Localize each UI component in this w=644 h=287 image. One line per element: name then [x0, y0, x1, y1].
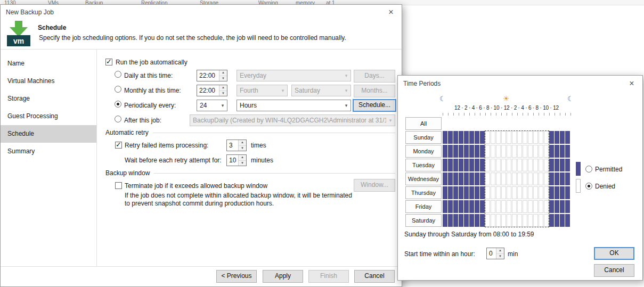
time-cell[interactable] [469, 131, 474, 144]
time-cell[interactable] [565, 131, 570, 144]
time-cell[interactable] [443, 173, 447, 185]
day-button-saturday[interactable]: Saturday [405, 214, 442, 227]
monthly-label[interactable]: Monthly at this time: [124, 86, 181, 95]
time-cell[interactable] [523, 131, 527, 144]
time-cell[interactable] [480, 173, 485, 185]
time-cell[interactable] [560, 159, 565, 171]
time-cell[interactable] [459, 145, 463, 158]
time-cell[interactable] [443, 131, 447, 144]
time-cell[interactable] [453, 159, 458, 171]
time-cell[interactable] [464, 186, 469, 199]
time-cell[interactable] [501, 159, 506, 171]
time-cell[interactable] [528, 173, 533, 185]
permitted-label[interactable]: Permitted [595, 165, 622, 174]
time-cell[interactable] [565, 159, 570, 171]
ok-button[interactable]: OK [594, 247, 634, 260]
sidebar-item-guest-processing[interactable]: Guest Processing [1, 108, 96, 125]
time-cell[interactable] [501, 173, 506, 185]
time-cell[interactable] [453, 200, 458, 213]
time-cell[interactable] [517, 159, 522, 171]
time-cell[interactable] [539, 145, 543, 158]
finish-button[interactable]: Finish [308, 270, 349, 283]
spin-down-icon[interactable]: ▼ [219, 91, 227, 96]
time-cell[interactable] [517, 173, 522, 185]
window-button[interactable]: Window... [354, 179, 395, 192]
time-cell[interactable] [539, 186, 543, 199]
day-button-wednesday[interactable]: Wednesday [405, 173, 442, 185]
time-cell[interactable] [517, 131, 522, 144]
time-cell[interactable] [512, 173, 517, 185]
run-automatically-checkbox[interactable] [105, 59, 112, 65]
time-cell[interactable] [464, 214, 469, 227]
time-cell[interactable] [565, 200, 570, 213]
spin-up-icon[interactable]: ▲ [239, 155, 246, 161]
time-cell[interactable] [453, 214, 458, 227]
time-cell[interactable] [528, 159, 533, 171]
terminate-job-checkbox[interactable] [115, 182, 122, 189]
day-button-monday[interactable]: Monday [405, 145, 442, 158]
time-cell[interactable] [523, 200, 527, 213]
time-cell[interactable] [485, 186, 490, 199]
time-cell[interactable] [555, 186, 559, 199]
daily-period-combo[interactable]: Everyday ▾ [237, 70, 351, 81]
time-cell[interactable] [475, 131, 479, 144]
time-cell[interactable] [464, 173, 469, 185]
time-cell[interactable] [507, 200, 511, 213]
time-cell[interactable] [480, 214, 485, 227]
after-job-label[interactable]: After this job: [124, 116, 161, 125]
time-cell[interactable] [485, 145, 490, 158]
monthly-ordinal-combo[interactable]: Fourth ▾ [237, 85, 288, 96]
monthly-radio[interactable] [115, 86, 121, 93]
spin-up-icon[interactable]: ▲ [219, 85, 227, 91]
time-cell[interactable] [448, 131, 453, 144]
time-cell[interactable] [517, 145, 522, 158]
time-cell[interactable] [443, 186, 447, 199]
time-cell[interactable] [485, 214, 490, 227]
time-cell[interactable] [491, 214, 495, 227]
time-cell[interactable] [501, 200, 506, 213]
time-cell[interactable] [555, 145, 559, 158]
sidebar-item-schedule[interactable]: Schedule [1, 125, 96, 143]
time-cell[interactable] [512, 186, 517, 199]
time-cell[interactable] [555, 200, 559, 213]
time-cell[interactable] [512, 200, 517, 213]
spin-up-icon[interactable]: ▲ [239, 140, 246, 146]
time-cell[interactable] [555, 214, 559, 227]
time-cell[interactable] [565, 186, 570, 199]
time-cell[interactable] [448, 214, 453, 227]
time-cell[interactable] [501, 145, 506, 158]
time-cell[interactable] [549, 131, 554, 144]
time-cell[interactable] [507, 159, 511, 171]
denied-radio[interactable] [585, 183, 592, 190]
tp-cancel-button[interactable]: Cancel [594, 264, 634, 277]
days-button[interactable]: Days... [354, 70, 395, 83]
time-cell[interactable] [475, 159, 479, 171]
time-cell[interactable] [555, 173, 559, 185]
time-cell[interactable] [533, 200, 538, 213]
time-cell[interactable] [443, 145, 447, 158]
time-cell[interactable] [507, 173, 511, 185]
wait-minutes-spinner[interactable]: 10 ▲ ▼ [226, 154, 247, 166]
schedule-button[interactable]: Schedule... [353, 99, 396, 112]
time-cell[interactable] [496, 214, 501, 227]
time-cell[interactable] [496, 131, 501, 144]
time-cell[interactable] [544, 173, 549, 185]
time-cell[interactable] [453, 131, 458, 144]
time-cell[interactable] [491, 131, 495, 144]
time-cell[interactable] [549, 159, 554, 171]
time-cell[interactable] [496, 173, 501, 185]
time-cell[interactable] [475, 200, 479, 213]
spin-down-icon[interactable]: ▼ [239, 146, 246, 151]
start-time-spinner[interactable]: 0 ▲ ▼ [486, 248, 504, 259]
after-job-combo[interactable]: BackupDaily (Created by WIN-4LQ2DGACGH2\… [190, 114, 395, 126]
day-button-sunday[interactable]: Sunday [405, 131, 442, 144]
monthly-time-spinner[interactable]: 22:00 ▲ ▼ [197, 85, 227, 96]
time-cell[interactable] [533, 131, 538, 144]
time-cell[interactable] [555, 131, 559, 144]
time-cell[interactable] [485, 159, 490, 171]
time-cell[interactable] [448, 159, 453, 171]
time-cell[interactable] [528, 200, 533, 213]
time-cell[interactable] [480, 131, 485, 144]
close-icon[interactable]: × [386, 8, 396, 17]
periodically-value-combo[interactable]: 24 ▾ [197, 100, 227, 111]
